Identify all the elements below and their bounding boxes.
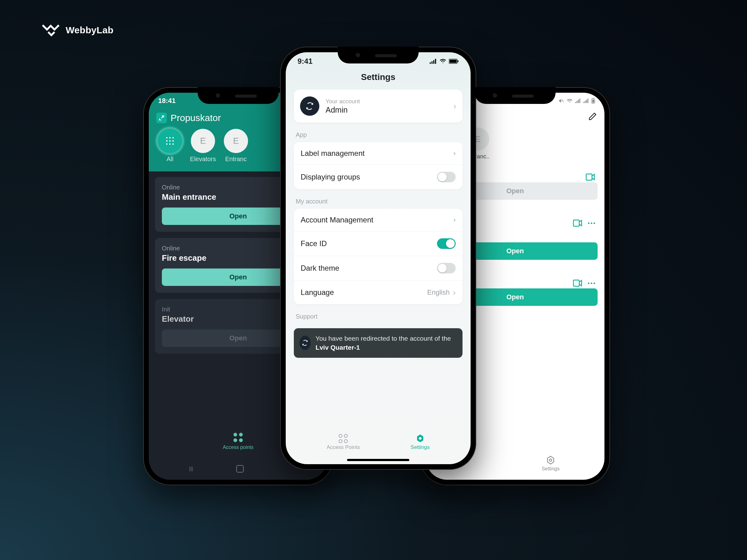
signal-icon [583, 98, 589, 103]
nav-access-points[interactable]: Access points [223, 432, 254, 450]
settings-group-app: Label management › Displaying groups [294, 142, 463, 189]
chevron-right-icon: › [453, 288, 456, 297]
wifi-icon [439, 59, 446, 64]
row-language[interactable]: Language English› [294, 281, 463, 304]
wifi-icon [566, 98, 573, 103]
svg-rect-10 [593, 98, 594, 99]
svg-rect-7 [586, 100, 587, 103]
svg-rect-1 [575, 102, 576, 103]
toggle-dark-theme[interactable] [437, 263, 456, 273]
svg-point-25 [419, 437, 421, 440]
nav-label: Access points [223, 445, 254, 450]
row-dark-theme[interactable]: Dark theme [294, 256, 463, 281]
camera-icon[interactable] [573, 219, 582, 227]
sync-icon [300, 97, 319, 116]
nav-settings[interactable]: Settings [542, 455, 560, 472]
phone-settings: 9:41 Settings Your account Admin [280, 47, 476, 470]
svg-point-16 [549, 459, 552, 461]
chevron-right-icon: › [454, 149, 456, 157]
brand-logo: WebbyLab [42, 23, 113, 37]
chevron-right-icon: › [454, 101, 456, 111]
row-face-id[interactable]: Face ID [294, 232, 463, 256]
page-title: Settings [286, 69, 471, 89]
brand-name: WebbyLab [66, 25, 113, 35]
redirect-toast: You have been redirected to the account … [294, 328, 463, 358]
more-icon[interactable] [588, 283, 595, 284]
status-time: 9:41 [298, 57, 312, 65]
svg-rect-12 [586, 174, 592, 180]
row-label-management[interactable]: Label management › [294, 142, 463, 165]
home-icon[interactable] [236, 465, 244, 473]
chip-elevators[interactable]: E Elevators [190, 129, 215, 163]
svg-rect-19 [433, 60, 434, 64]
svg-rect-17 [430, 62, 431, 64]
signal-icon [430, 59, 437, 64]
svg-rect-11 [592, 100, 594, 103]
logo-icon [42, 23, 61, 37]
camera-icon[interactable] [573, 279, 582, 287]
battery-icon [591, 98, 595, 104]
status-time: 18:41 [158, 97, 176, 105]
app-title: Propuskator [171, 113, 221, 123]
nav-access-points[interactable]: Access Points [327, 434, 360, 451]
signal-icon [575, 98, 581, 103]
svg-line-0 [562, 100, 563, 102]
edit-icon[interactable] [588, 112, 598, 121]
bottom-nav: Access Points Settings [286, 428, 471, 456]
svg-rect-23 [458, 60, 459, 62]
sync-icon [300, 336, 311, 350]
account-name: Admin [326, 105, 447, 114]
section-label-my-account: My account [286, 189, 471, 209]
svg-rect-20 [435, 59, 436, 64]
recent-apps-icon[interactable]: ||| [189, 466, 193, 472]
toast-text: You have been redirected to the account … [316, 335, 451, 342]
svg-rect-3 [578, 100, 579, 103]
mute-icon [558, 98, 564, 104]
svg-rect-13 [573, 220, 579, 226]
nav-label: Access Points [327, 444, 360, 451]
account-sublabel: Your account [326, 98, 447, 105]
svg-rect-18 [431, 61, 432, 64]
svg-rect-22 [449, 60, 457, 63]
row-account-management[interactable]: Account Management › [294, 209, 463, 232]
settings-group-account: Account Management › Face ID Dark theme … [294, 209, 463, 304]
toggle-face-id[interactable] [437, 238, 456, 249]
home-indicator[interactable] [347, 459, 409, 461]
more-icon[interactable] [588, 222, 595, 224]
svg-marker-15 [547, 456, 554, 464]
nav-settings[interactable]: Settings [411, 434, 430, 451]
nav-label: Settings [542, 466, 560, 472]
chevron-right-icon: › [454, 216, 456, 224]
svg-rect-14 [573, 280, 579, 286]
app-logo-icon [156, 113, 167, 123]
svg-rect-4 [579, 99, 581, 103]
svg-rect-2 [577, 101, 578, 103]
battery-icon [449, 59, 459, 64]
language-value: English [427, 288, 450, 296]
nav-label: Settings [411, 444, 430, 451]
section-label-support: Support [286, 304, 471, 324]
toast-account-name: Lviv Quarter-1 [316, 344, 360, 351]
chip-entrances[interactable]: E Entranc [224, 129, 248, 163]
svg-rect-8 [588, 99, 589, 103]
svg-rect-5 [583, 102, 584, 103]
row-displaying-groups[interactable]: Displaying groups [294, 165, 463, 189]
account-card[interactable]: Your account Admin › [294, 89, 463, 123]
chip-all[interactable]: All [157, 129, 182, 163]
toggle-displaying-groups[interactable] [437, 172, 456, 182]
section-label-app: App [286, 123, 471, 142]
svg-rect-6 [585, 101, 586, 103]
camera-icon[interactable] [586, 173, 595, 181]
